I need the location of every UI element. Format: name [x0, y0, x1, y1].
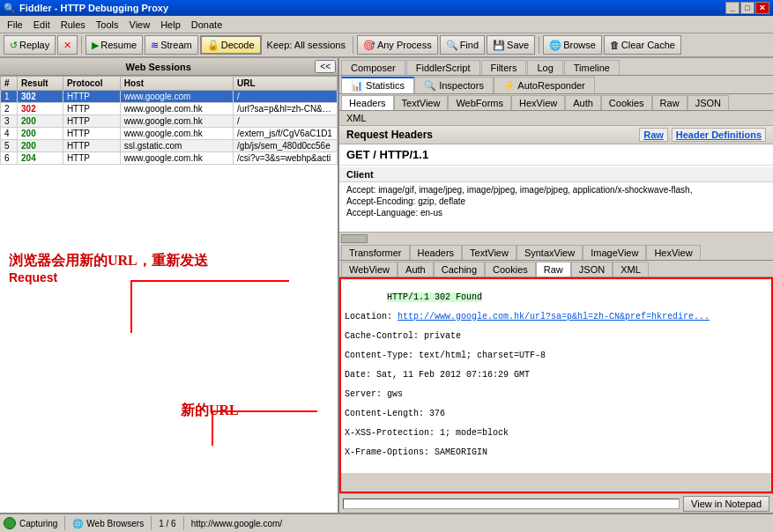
browse-button[interactable]: 🌐 Browse [543, 35, 602, 55]
resp-tab-json[interactable]: JSON [571, 262, 613, 277]
main-area: Web Sessions << # Result Protocol Host U… [0, 58, 773, 513]
minimize-button[interactable]: _ [725, 2, 740, 14]
table-row[interactable]: 4 200 HTTP www.google.com.hk /extern_js/… [1, 128, 338, 140]
sub-tab-auth[interactable]: Auth [565, 95, 601, 110]
page-info: 1 / 6 [159, 519, 175, 528]
cell-result: 204 [18, 152, 63, 165]
resp-tab-cookies[interactable]: Cookies [485, 262, 536, 277]
cell-host: www.google.com.hk [120, 128, 233, 140]
tab-inspectors[interactable]: 🔍 Inspectors [414, 77, 494, 93]
response-tabs-row2: WebView Auth Caching Cookies Raw JSON XM… [339, 261, 773, 277]
tab-log[interactable]: Log [527, 60, 562, 75]
menu-donate[interactable]: Donate [186, 18, 227, 32]
resp-tab-caching[interactable]: Caching [434, 262, 485, 277]
menu-tools[interactable]: Tools [91, 18, 124, 32]
save-icon: 💾 [493, 40, 505, 51]
menu-rules[interactable]: Rules [56, 18, 91, 32]
resp-tab-textview[interactable]: TextView [462, 245, 517, 260]
find-button[interactable]: 🔍 Find [440, 35, 485, 55]
title-bar: 🔍 Fiddler - HTTP Debugging Proxy _ □ ✕ [0, 0, 773, 16]
sub-tab-headers[interactable]: Headers [341, 95, 394, 110]
cell-result: 302 [18, 91, 63, 103]
tab-statistics[interactable]: 📊 Statistics [341, 77, 414, 93]
tab-timeline[interactable]: Timeline [564, 60, 620, 75]
sessions-list: # Result Protocol Host URL 1 302 HTTP ww… [0, 76, 338, 165]
resp-tab-hexview[interactable]: HexView [646, 245, 700, 260]
close-button[interactable]: ✕ [755, 2, 769, 14]
resume-button[interactable]: ▶ Resume [85, 35, 143, 55]
raw-content[interactable]: HTTP/1.1 302 Found Location: http://www.… [341, 279, 771, 473]
tab-composer[interactable]: Composer [341, 60, 405, 75]
cell-host: www.google.com.hk [120, 115, 233, 128]
any-process-button[interactable]: 🎯 Any Process [357, 35, 438, 55]
cell-url: / [234, 115, 338, 128]
sub-tab-webforms[interactable]: WebForms [448, 95, 511, 110]
cell-id: 3 [1, 115, 18, 128]
sub-tab-json[interactable]: JSON [688, 95, 729, 110]
clear-cache-icon: 🗑 [610, 40, 620, 50]
table-row[interactable]: 5 200 HTTP ssl.gstatic.com /gb/js/sem_48… [1, 140, 338, 152]
tab-autoresponder[interactable]: ⚡ AutoResponder [494, 77, 595, 93]
horizontal-scrollbar[interactable] [339, 232, 773, 244]
raw-xss: X-XSS-Protection: 1; mode=block [345, 428, 509, 438]
maximize-button[interactable]: □ [740, 2, 754, 14]
collapse-button[interactable]: << [315, 60, 336, 73]
toolbar-separator [81, 36, 82, 54]
resp-tab-auth[interactable]: Auth [398, 262, 434, 277]
sessions-table[interactable]: # Result Protocol Host URL 1 302 HTTP ww… [0, 76, 338, 513]
resp-tab-raw[interactable]: Raw [536, 262, 571, 277]
resp-tab-imageview[interactable]: ImageView [583, 245, 646, 260]
resp-tab-webview[interactable]: WebView [341, 262, 398, 277]
menu-help[interactable]: Help [155, 18, 186, 32]
top-tabs: Composer FiddlerScript Filters Log Timel… [339, 58, 773, 76]
remove-button[interactable]: ✕ [57, 35, 78, 55]
request-headers-panel: Request Headers Raw Header Definitions G… [339, 126, 773, 232]
cell-protocol: HTTP [63, 140, 120, 152]
sub-tab-cookies[interactable]: Cookies [601, 95, 652, 110]
toolbar-separator2 [353, 36, 353, 54]
menu-edit[interactable]: Edit [28, 18, 56, 32]
raw-xframe: X-Frame-Options: SAMEORIGIN [345, 447, 487, 457]
scrollbar-thumb[interactable] [341, 234, 368, 243]
status-sep1 [64, 516, 65, 530]
sub-tab-hexview[interactable]: HexView [511, 95, 565, 110]
cell-host: ssl.gstatic.com [120, 140, 233, 152]
xml-label[interactable]: XML [343, 112, 370, 124]
view-notepad-button[interactable]: View in Notepad [683, 496, 769, 512]
panel-title: Web Sessions [2, 62, 315, 72]
col-header-url: URL [234, 77, 338, 91]
sub-tab-textview[interactable]: TextView [394, 95, 449, 110]
resp-tab-syntaxview[interactable]: SyntaxView [517, 245, 583, 260]
raw-link[interactable]: Raw [639, 128, 668, 142]
menu-view[interactable]: View [124, 18, 156, 32]
stats-icon: 📊 [351, 80, 363, 91]
tab-fiddlerscript[interactable]: FiddlerScript [406, 60, 480, 75]
stream-button[interactable]: ≋ Stream [145, 35, 197, 55]
resp-tab-headers[interactable]: Headers [410, 245, 463, 260]
save-button[interactable]: 💾 Save [487, 35, 535, 55]
request-method: GET / HTTP/1.1 [339, 144, 773, 166]
raw-content-length: Content-Length: 376 [345, 409, 445, 418]
menu-bar: File Edit Rules Tools View Help Donate [0, 16, 773, 33]
cell-protocol: HTTP [63, 115, 120, 128]
header-definitions-link[interactable]: Header Definitions [672, 128, 766, 142]
table-row[interactable]: 2 302 HTTP www.google.com.hk /url?sa=p&h… [1, 103, 338, 115]
raw-location-label: Location: [345, 312, 398, 321]
sub-tab-raw[interactable]: Raw [652, 95, 688, 110]
table-row[interactable]: 6 204 HTTP www.google.com.hk /csi?v=3&s=… [1, 152, 338, 165]
table-row[interactable]: 1 302 HTTP www.google.com / [1, 91, 338, 103]
decode-button[interactable]: 🔓 Decode [200, 35, 262, 55]
menu-file[interactable]: File [2, 18, 28, 32]
inspector-tabs-row: 📊 Statistics 🔍 Inspectors ⚡ AutoResponde… [339, 76, 773, 94]
resp-tab-xml[interactable]: XML [613, 262, 649, 277]
resp-tab-transformer[interactable]: Transformer [341, 245, 410, 260]
raw-location-url[interactable]: http://www.google.com.hk/url?sa=p&hl=zh-… [398, 312, 710, 321]
cell-result: 200 [18, 115, 63, 128]
toolbar: ↺ Replay ✕ ▶ Resume ≋ Stream 🔓 Decode Ke… [0, 33, 773, 58]
window-icon: 🔍 [4, 3, 16, 14]
tab-filters[interactable]: Filters [481, 60, 527, 75]
table-row[interactable]: 3 200 HTTP www.google.com.hk / [1, 115, 338, 128]
process-icon: 🎯 [363, 40, 375, 51]
replay-button[interactable]: ↺ Replay [4, 35, 56, 55]
clear-cache-button[interactable]: 🗑 Clear Cache [604, 35, 681, 55]
